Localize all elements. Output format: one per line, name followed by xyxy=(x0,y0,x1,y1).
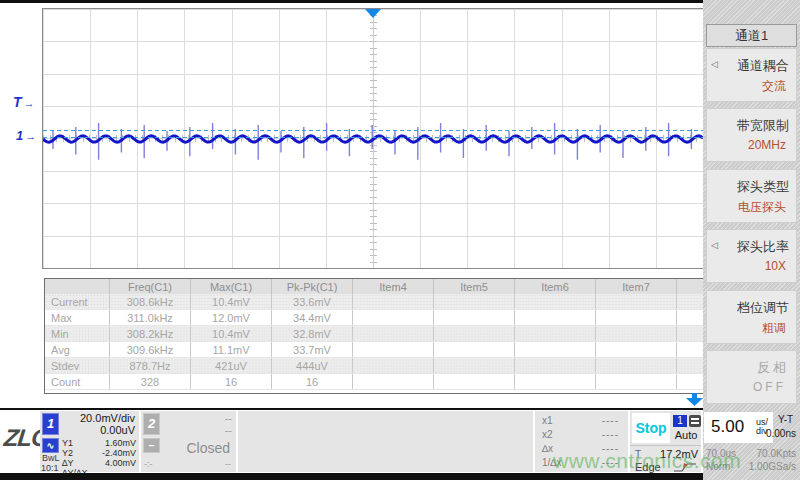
trigger-coupling-icon xyxy=(689,415,701,427)
channel1-ground-marker[interactable]: 1→ xyxy=(16,128,36,143)
menu-item-arrow-icon: ◁ xyxy=(711,59,718,69)
run-stop-indicator[interactable]: Stop xyxy=(632,413,670,443)
trigger-level-marker[interactable]: T→ xyxy=(13,94,35,110)
readout-value: -2.40mV xyxy=(102,448,136,458)
table-row: Avg309.6kHz11.1mV33.7mV xyxy=(45,342,706,358)
table-cell xyxy=(596,326,677,342)
table-cell xyxy=(515,326,596,342)
channel1-scale: 20.0mV/div xyxy=(80,412,135,424)
table-cell xyxy=(515,310,596,326)
table-row: Min308.2kHz10.4mV32.8mV xyxy=(45,326,706,342)
timebase-value: 5.00 xyxy=(711,417,744,437)
table-cell xyxy=(434,310,515,326)
menu-item-value: 10X xyxy=(765,259,786,273)
trigger-arrow-icon: → xyxy=(24,97,35,109)
sidebar-menu-item[interactable]: 探头类型 电压探头 xyxy=(706,169,797,223)
readout-row: x2---- xyxy=(542,429,619,441)
table-header-cell: Item6 xyxy=(515,279,596,294)
sidebar-menu-item[interactable]: 反相 OFF xyxy=(706,350,797,404)
trigger-source-badge: 1 xyxy=(673,415,687,427)
sidebar-title: 通道1 xyxy=(706,24,797,47)
readout-label: x1 xyxy=(542,415,553,426)
sidebar-menu-item[interactable]: 带宽限制 20MHz xyxy=(706,108,797,162)
table-cell xyxy=(353,310,434,326)
channel1-offset: 0.00uV xyxy=(100,424,135,436)
channel2-extra: -- xyxy=(225,459,231,469)
channel1-badge[interactable]: 1 xyxy=(42,413,59,435)
table-cell xyxy=(515,358,596,374)
trigger-level-label: T xyxy=(13,94,22,110)
channel2-coupling-icon: – xyxy=(143,438,160,453)
table-scroll-down-icon[interactable] xyxy=(686,393,703,406)
table-cell: 309.6kHz xyxy=(110,342,191,358)
table-cell xyxy=(596,358,677,374)
readout-label: x2 xyxy=(542,429,553,440)
probe-ratio-indicator: 10:1 xyxy=(41,463,59,473)
row-label-cell: Count xyxy=(45,374,110,390)
table-row: Max311.0kHz12.0mV34.4mV xyxy=(45,310,706,326)
readout-label: ∆x xyxy=(542,443,553,454)
row-label-cell: Min xyxy=(45,326,110,342)
bottom-bar xyxy=(0,473,703,480)
menu-item-label: 档位调节 xyxy=(737,299,789,317)
menu-item-arrow-icon: ◁ xyxy=(711,240,718,250)
table-cell xyxy=(434,342,515,358)
menu-item-label: 通道耦合 xyxy=(737,57,789,75)
table-cell xyxy=(596,294,677,310)
table-cell xyxy=(353,326,434,342)
channel1-arrow-icon: → xyxy=(25,130,36,142)
table-cell: 878.7Hz xyxy=(110,358,191,374)
channel2-state: Closed xyxy=(186,440,230,456)
display-mode: Y-T xyxy=(773,414,798,425)
table-cell xyxy=(677,358,707,374)
sidebar-menu-item[interactable]: 档位调节 粗调 xyxy=(706,290,797,344)
channel2-offset: -- xyxy=(225,424,232,436)
table-cell: 10.4mV xyxy=(191,294,272,310)
table-cell xyxy=(515,342,596,358)
row-label-cell: Stdev xyxy=(45,358,110,374)
table-cell: 308.6kHz xyxy=(110,294,191,310)
table-cell: 12.0mV xyxy=(191,310,272,326)
row-label-cell: Avg xyxy=(45,342,110,358)
table-cell xyxy=(434,294,515,310)
sample-rate: 1.00GSa/s xyxy=(749,461,796,472)
channel1-status-panel[interactable]: 1 20.0mV/div 0.00uV ∿ BwL 10:1 Y11.60mVY… xyxy=(40,411,139,472)
readout-value: 1.60mV xyxy=(105,438,136,448)
table-cell: 311.0kHz xyxy=(110,310,191,326)
table-cell xyxy=(596,310,677,326)
readout-row: ∆Y4.00mV xyxy=(62,458,136,467)
channel2-probe-ratio: -:- xyxy=(144,459,153,469)
oscilloscope-screen: T→ 1→ Freq(C1)Max(C1)Pk-Pk(C1)Item4Item5… xyxy=(0,0,800,480)
watermark: www.cntronics.com xyxy=(553,449,741,473)
table-cell xyxy=(353,342,434,358)
menu-item-value: 电压探头 xyxy=(738,199,786,216)
readout-row: x1---- xyxy=(542,415,619,427)
menu-item-label: 探头类型 xyxy=(737,178,789,196)
table-cell xyxy=(677,310,707,326)
table-cell: 16 xyxy=(191,374,272,390)
channel1-marker-label: 1 xyxy=(16,128,23,143)
table-cell: 421uV xyxy=(191,358,272,374)
readout-row: Y11.60mV xyxy=(62,438,136,447)
table-cell: 308.2kHz xyxy=(110,326,191,342)
timebase-box[interactable]: 5.00 us/div xyxy=(704,412,773,443)
table-cell: 444uV xyxy=(272,358,353,374)
table-header-cell: Pk-Pk(C1) xyxy=(272,279,353,294)
sidebar-menu-item[interactable]: ◁ 探头比率 10X xyxy=(706,229,797,283)
top-bar xyxy=(0,0,703,3)
channel2-badge[interactable]: 2 xyxy=(143,413,160,435)
trigger-mode: Auto xyxy=(671,429,701,441)
table-header-row: Freq(C1)Max(C1)Pk-Pk(C1)Item4Item5Item6I… xyxy=(45,279,706,294)
table-cell xyxy=(353,374,434,390)
table-cell xyxy=(677,326,707,342)
readout-value: ---- xyxy=(602,429,619,440)
memory-depth: 70.0Kpts xyxy=(757,448,796,459)
table-cell: 11.1mV xyxy=(191,342,272,358)
readout-label: ∆Y xyxy=(62,458,74,468)
table-cell: 32.8mV xyxy=(272,326,353,342)
table-header-cell: Max(C1) xyxy=(191,279,272,294)
sidebar-menu-item[interactable]: ◁ 通道耦合 交流 xyxy=(706,48,797,102)
channel2-status-panel[interactable]: 2 -- -- – Closed -:- -- xyxy=(141,411,236,472)
readout-label: Y2 xyxy=(62,448,73,458)
table-cell xyxy=(596,342,677,358)
